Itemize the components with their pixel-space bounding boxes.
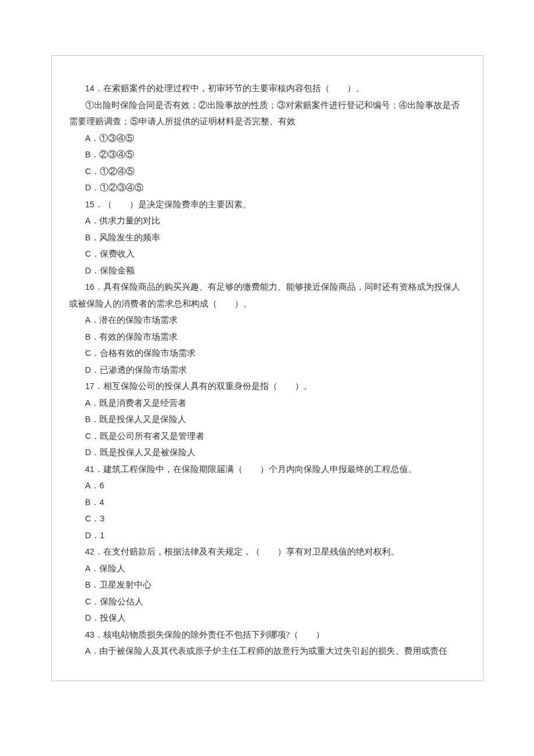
option-15-C: C．保费收入 — [69, 246, 466, 262]
option-41-A: A．6 — [69, 477, 466, 494]
question-16-stem: 16．具有保险商品的购买兴趣、有足够的缴费能力、能够接近保险商品，同时还有资格成… — [69, 279, 466, 312]
option-14-D: D．①②③④⑤ — [69, 179, 466, 196]
option-17-D: D．既是投保人又是被保险人 — [69, 444, 466, 461]
option-16-B: B．有效的保险市场需求 — [69, 329, 466, 345]
option-17-B: B．既是投保人又是保险人 — [69, 411, 466, 428]
option-42-B: B．卫星发射中心 — [69, 577, 466, 593]
option-14-B: B．②③④⑤ — [69, 146, 466, 163]
question-17-stem: 17．相互保险公司的投保人具有的双重身份是指（ ）。 — [69, 378, 466, 395]
option-14-C: C．①②④⑤ — [69, 163, 466, 180]
question-14-extra: ①出险时保险合同是否有效；②出险事故的性质；③对索赔案件进行登记和编号；④出险事… — [69, 97, 466, 130]
option-16-D: D．已渗透的保险市场需求 — [69, 362, 466, 379]
question-number: 14 — [85, 84, 95, 93]
question-text: ．在索赔案件的处理过程中，初审环节的主要审核内容包括（ ）。 — [95, 84, 365, 93]
option-16-A: A．潜在的保险市场需求 — [69, 312, 466, 329]
document-page: 14．在索赔案件的处理过程中，初审环节的主要审核内容包括（ ）。 ①出险时保险合… — [0, 0, 534, 756]
option-15-A: A．供求力量的对比 — [69, 213, 466, 229]
option-17-A: A．既是消费者又是经营者 — [69, 395, 466, 412]
option-17-C: C．既是公司所有者又是管理者 — [69, 428, 466, 445]
option-15-B: B．风险发生的频率 — [69, 229, 466, 246]
option-15-D: D．保险金额 — [69, 262, 466, 279]
question-41-stem: 41．建筑工程保险中，在保险期限届满（ ）个月内向保险人申报最终的工程总值。 — [69, 461, 466, 478]
option-41-B: B．4 — [69, 494, 466, 511]
option-42-C: C．保险公估人 — [69, 593, 466, 610]
question-15-stem: 15．（ ）是决定保险费率的主要因素。 — [69, 196, 466, 213]
option-42-D: D．投保人 — [69, 610, 466, 627]
question-14-stem: 14．在索赔案件的处理过程中，初审环节的主要审核内容包括（ ）。 — [69, 80, 466, 97]
option-14-A: A．①③④⑤ — [69, 130, 466, 147]
question-43-stem: 43．核电站物质损失保险的除外责任不包括下列哪项?（ ） — [69, 627, 466, 643]
option-42-A: A．保险人 — [69, 560, 466, 577]
option-16-C: C．合格有效的保险市场需求 — [69, 345, 466, 362]
option-41-C: C．3 — [69, 510, 466, 527]
question-42-stem: 42．在支付赔款后，根据法律及有关规定，（ ）享有对卫星残值的绝对权利。 — [69, 543, 466, 560]
option-41-D: D．1 — [69, 527, 466, 544]
option-43-A: A．由于被保险人及其代表或原子炉主任工程师的故意行为或重大过失引起的损失、费用或… — [69, 643, 466, 660]
content-box: 14．在索赔案件的处理过程中，初审环节的主要审核内容包括（ ）。 ①出险时保险合… — [51, 55, 484, 681]
